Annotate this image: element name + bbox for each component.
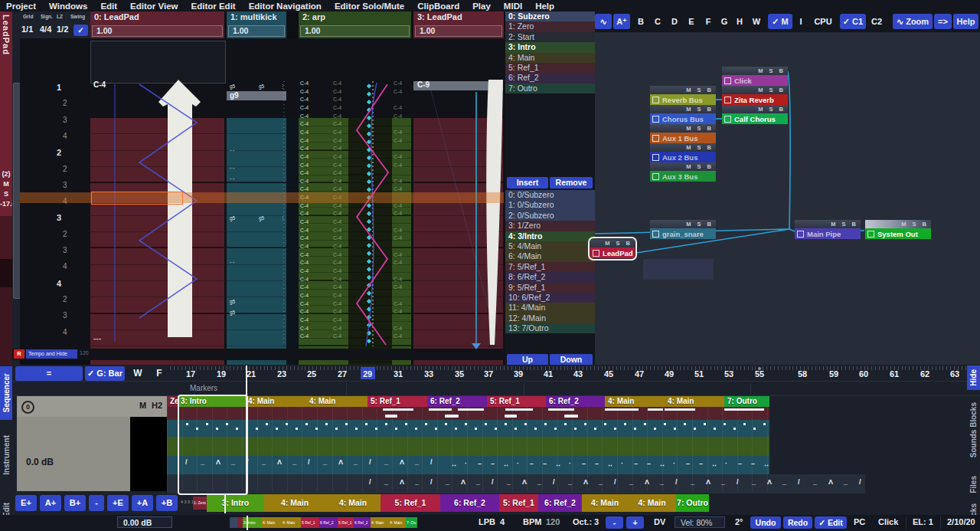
lpb-value[interactable]: 4	[500, 517, 505, 526]
ruler-bar-19[interactable]: 19	[217, 369, 226, 379]
menu-item-midi[interactable]: MIDI	[504, 2, 522, 11]
editor-vertical-scrollbar[interactable]	[12, 11, 20, 365]
zoom-button[interactable]: ∿ Zoom	[893, 14, 933, 29]
ruler-bar-60[interactable]: 60	[859, 369, 868, 379]
minimap-block[interactable]: 4: Main	[389, 517, 406, 528]
playlist-item[interactable]: 4: 3/Intro	[505, 231, 595, 241]
toolbar-button-b[interactable]: B	[633, 14, 648, 29]
up-button[interactable]: Up	[507, 354, 548, 365]
section-block-ref1[interactable]: 5: Ref_1	[368, 396, 427, 407]
right-tab-hide[interactable]: Hide	[967, 365, 980, 390]
undo-button[interactable]: Undo	[750, 516, 781, 529]
playlist-item[interactable]: 12: 4/Main	[505, 313, 595, 323]
seq-button--[interactable]: -	[89, 495, 104, 511]
node-reverb-bus[interactable]: M S BReverb Bus	[650, 86, 716, 105]
playlist-item[interactable]: 8: 6/Ref_2	[505, 272, 595, 282]
edit-cursor-cell[interactable]	[91, 192, 183, 205]
menu-item-windows[interactable]: Windows	[49, 2, 87, 11]
octave-plus-button[interactable]: +	[626, 516, 644, 529]
track-value[interactable]: 1.00	[415, 25, 502, 37]
toolbar-button-i[interactable]: I	[795, 14, 806, 29]
menu-item-editor-navigation[interactable]: Editor Navigation	[249, 2, 322, 11]
node-leadpad[interactable]: M S BLeadPad	[590, 239, 635, 258]
wave-icon-button[interactable]: ∿	[595, 14, 612, 29]
pattern-item[interactable]: 7: Outro	[505, 84, 595, 93]
node-checkbox[interactable]	[652, 97, 659, 103]
m-toggle[interactable]: ✓ M	[768, 14, 792, 29]
menu-item-edit[interactable]: Edit	[100, 2, 117, 11]
track-header-2[interactable]: 2: arp1.00	[299, 11, 411, 38]
node-msb-buttons[interactable]: M S B	[650, 105, 716, 113]
forward-button[interactable]: =>	[934, 14, 952, 29]
mute-label[interactable]: M	[139, 401, 146, 410]
pattern-item[interactable]: 6: Ref_2	[505, 73, 595, 83]
track-value[interactable]: 1.00	[300, 25, 410, 37]
track-value[interactable]: 1.00	[92, 25, 223, 37]
record-icon[interactable]: R	[14, 349, 24, 359]
playlist-item[interactable]: 6: 4/Main	[505, 251, 595, 261]
sequencer-track-header[interactable]: 0 M H2	[17, 396, 167, 417]
section-block-main[interactable]: 4: Main	[665, 396, 724, 407]
ruler-bar-21[interactable]: 21	[247, 369, 256, 379]
menu-item-project[interactable]: Project	[6, 2, 36, 11]
section-block-zero[interactable]: Ze	[167, 396, 178, 407]
click-label[interactable]: Click	[878, 517, 898, 526]
down-button[interactable]: Down	[550, 354, 593, 365]
minimap-block[interactable]: 6 Ref_2	[354, 517, 371, 528]
seq-button-pluse[interactable]: +E	[107, 495, 129, 511]
section-block-ref1[interactable]: 5: Ref_1	[487, 396, 546, 407]
ruler-bar-29[interactable]: 29	[363, 369, 372, 379]
minimap-block[interactable]: 5 Ref_1	[338, 517, 354, 528]
ruler-bar-31[interactable]: 31	[394, 369, 403, 379]
left-tab-instrument[interactable]: Instrument	[0, 424, 12, 486]
node-checkbox[interactable]	[593, 250, 599, 257]
minimap-block[interactable]: 3: Intro	[243, 517, 262, 528]
ruler-bar-27[interactable]: 27	[338, 369, 347, 379]
redo-button[interactable]: Redo	[783, 516, 812, 529]
ruler-bar-53[interactable]: 53	[724, 369, 733, 379]
seq-button-eplus[interactable]: E+	[15, 495, 37, 511]
node-checkbox[interactable]	[652, 135, 659, 142]
insert-button[interactable]: Insert	[507, 177, 548, 188]
ruler-bar-49[interactable]: 49	[665, 369, 674, 379]
track-header-3[interactable]: 3: LeadPad1.00	[413, 11, 504, 38]
node-checkbox[interactable]	[652, 231, 659, 238]
toolbar-button-g[interactable]: G	[717, 14, 732, 29]
bottom-section-block-ref2[interactable]: 6: Ref_2	[440, 494, 499, 512]
section-block-main[interactable]: 4: Main	[245, 396, 306, 407]
f-button[interactable]: F	[150, 366, 168, 381]
ruler-bar-17[interactable]: 17	[186, 369, 195, 379]
node-system-out[interactable]: M S BSystem Out	[865, 220, 931, 239]
node-checkbox[interactable]	[867, 231, 874, 238]
pattern-item[interactable]: 3: Intro	[505, 42, 595, 52]
playhead-line[interactable]	[246, 365, 247, 494]
node-msb-buttons[interactable]: M S B	[865, 220, 931, 228]
grid-value-1[interactable]: 4/4	[40, 25, 51, 34]
node-calf-chorus[interactable]: M S BCalf Chorus	[722, 105, 788, 124]
toolbar-button-w[interactable]: W	[749, 14, 764, 29]
w-button[interactable]: W	[129, 366, 147, 381]
velocity-field[interactable]: Vel: 80%	[675, 516, 725, 528]
menu-item-play[interactable]: Play	[472, 2, 491, 11]
bottom-section-block-ref1[interactable]: 5: Ref_1	[499, 494, 538, 512]
node-main-pipe[interactable]: M S BMain Pipe	[795, 220, 861, 239]
track-header-1[interactable]: 1: multikick1.00	[227, 11, 286, 38]
track-value[interactable]: 1.00	[228, 25, 285, 37]
ruler-bar-43[interactable]: 43	[573, 369, 583, 379]
node-msb-buttons[interactable]: M S B	[722, 105, 788, 113]
swing-checkbox[interactable]: ✓	[74, 25, 88, 36]
node-checkbox[interactable]	[652, 116, 659, 123]
minimap-block[interactable]: 4: Main	[371, 517, 389, 528]
node-checkbox[interactable]	[724, 116, 731, 123]
ruler-bar-59[interactable]: 59	[829, 369, 838, 379]
section-block-ref2[interactable]: 6: Ref_2	[427, 396, 487, 407]
ruler-bar-51[interactable]: 51	[694, 369, 704, 379]
section-block-main[interactable]: 4: Main	[306, 396, 368, 407]
edit-toggle[interactable]: ✓ Edit	[815, 516, 847, 529]
ruler-bar-25[interactable]: 25	[307, 369, 316, 379]
pattern-item[interactable]: 1: Zero	[505, 21, 595, 31]
bpm-value[interactable]: 120	[546, 517, 560, 526]
a-plus-button[interactable]: A⁺	[613, 14, 630, 29]
toolbar-button-c2[interactable]: C2	[867, 14, 886, 29]
ruler-bar-23[interactable]: 23	[277, 369, 286, 379]
